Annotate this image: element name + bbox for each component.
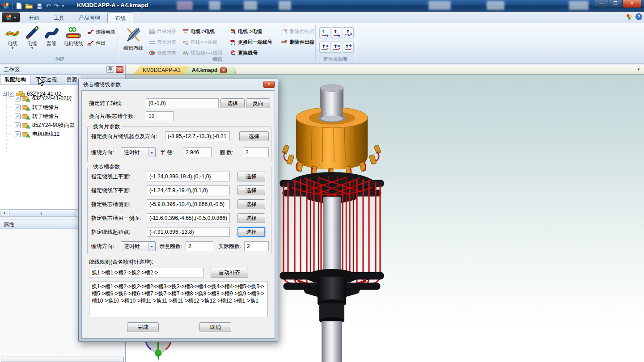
axis-label: 指定转子轴线: <box>89 98 123 108</box>
start-point-input[interactable] <box>147 227 230 237</box>
actual-turns-label: 实际圈数: <box>218 241 241 251</box>
upper-plane-select-button[interactable]: 选择 <box>237 172 265 181</box>
edit-routing-button[interactable]: 编辑布线 <box>122 24 145 51</box>
tab-process[interactable]: 工艺过程 <box>31 75 61 84</box>
start-point-select-button[interactable]: 选择 <box>237 227 265 237</box>
ribbon-tab-start[interactable]: 开始 <box>21 13 47 23</box>
collapse-icon[interactable]: − <box>3 92 7 96</box>
dropdown-arrow-icon[interactable]: ▼ <box>148 242 155 251</box>
checkbox-checked[interactable]: ✓ <box>15 131 21 137</box>
document-tab-km3dcapp[interactable]: KM3DCAPP-A1 <box>134 66 190 75</box>
modify-direction-icon <box>149 51 155 55</box>
wire-button[interactable]: 电线 ▼ <box>3 24 22 49</box>
document-close-icon[interactable]: ✕ <box>220 67 227 73</box>
tab-list-dropdown-icon[interactable]: ▼ <box>637 67 640 72</box>
change-same-end-number-button[interactable]: 更换同一端线号 <box>229 37 274 47</box>
open-folder-icon[interactable] <box>25 3 34 9</box>
clamp-adjust-button-4[interactable] <box>319 42 330 53</box>
maximize-button[interactable]: ❐ <box>609 0 622 8</box>
extend-button[interactable]: 伸出 <box>86 38 107 48</box>
clamp-adjust-button-1[interactable] <box>319 27 330 38</box>
tree-item[interactable]: ✓ 电机绕线12 <box>15 130 59 139</box>
delete-control-point-icon <box>281 29 288 34</box>
cable-button[interactable]: 电缆 ▼ <box>22 24 42 49</box>
minimize-button[interactable]: — <box>595 0 608 8</box>
document-tab-a4[interactable]: A4.kmapd ✕ <box>183 66 236 75</box>
undo-icon[interactable]: ↶ <box>46 2 51 9</box>
scroll-left-icon[interactable]: ◄ <box>0 210 8 216</box>
cable-to-wire-button[interactable]: 电缆->电线 <box>181 26 216 36</box>
demo-turns-input[interactable] <box>186 241 213 251</box>
clamp-adjust-button-5[interactable] <box>331 42 342 53</box>
new-file-icon[interactable] <box>16 2 22 9</box>
wind-direction-dropdown-1[interactable]: 逆时针 ▼ <box>121 147 156 157</box>
connect-cable-button[interactable]: 连接电缆 <box>86 27 117 37</box>
tree-item[interactable]: ✓ 63ZY24-41-02转 <box>15 94 72 103</box>
close-button[interactable]: ✕ <box>623 0 641 8</box>
part-icon <box>22 114 30 120</box>
turns-input[interactable] <box>243 147 269 157</box>
axis-select-button[interactable]: 选择 <box>220 98 245 108</box>
checkbox-checked[interactable]: ✓ <box>15 96 21 101</box>
cable-dropdown-icon[interactable]: ▼ <box>31 47 34 49</box>
tree-item[interactable]: ✓ 转子绝缘片 <box>15 112 59 121</box>
side-face-input[interactable] <box>147 199 230 209</box>
redo-icon[interactable]: ↷ <box>54 2 59 9</box>
motor-winding-button[interactable]: 电机绕线 <box>61 24 86 49</box>
dialog-close-button[interactable]: ✕ <box>263 81 275 88</box>
clamp-adjust-button-2[interactable] <box>331 27 342 38</box>
clamp-adjust-icon <box>332 29 341 37</box>
commutator-start-select-button[interactable]: 选择 <box>239 131 269 141</box>
tree-item[interactable]: ✓ 转子绝缘片 <box>15 103 59 112</box>
panel-close-icon[interactable]: ✕ <box>116 66 123 73</box>
ribbon-tab-routing[interactable]: 布线 <box>107 13 133 23</box>
finish-button[interactable]: 完成 <box>127 322 159 332</box>
style-icon[interactable] <box>626 13 633 20</box>
cable-to-wire-icon <box>182 29 189 34</box>
axis-reverse-button[interactable]: 反向 <box>246 98 270 108</box>
rule-sequence-textarea[interactable]: 换1->槽1->槽2->换2->槽2->槽3->换3->槽3->槽4->换4->… <box>89 282 268 317</box>
wire-to-cable-button[interactable]: 电线->电缆 <box>229 26 263 36</box>
sleeve-button[interactable]: 套管 <box>42 24 61 49</box>
axis-input[interactable] <box>146 98 219 108</box>
actual-turns-input[interactable] <box>244 241 269 251</box>
dropdown-arrow-icon[interactable]: ▼ <box>148 148 155 157</box>
commutator-start-input[interactable] <box>165 131 230 141</box>
pin-icon[interactable] <box>106 66 114 73</box>
target-align-button[interactable]: 目标对齐 <box>148 26 178 36</box>
scrollbar-thumb[interactable] <box>9 210 76 216</box>
upper-plane-input[interactable] <box>147 172 230 181</box>
autofill-button[interactable]: 自动补齐 <box>211 268 248 278</box>
checkbox-checked[interactable]: ✓ <box>15 114 21 119</box>
taskbar-ghost <box>569 1 589 10</box>
save-icon[interactable] <box>36 3 43 9</box>
clamp-adjust-button-6[interactable] <box>343 42 354 53</box>
line-curve-button[interactable]: 直线<->曲线 <box>181 37 219 47</box>
delete-control-point-button[interactable]: 删除控制点 <box>280 26 316 36</box>
clamp-adjust-button-3[interactable] <box>343 27 354 38</box>
equal-length-align-button[interactable]: 等长对齐 <box>148 37 178 47</box>
ribbon-tab-tools[interactable]: 工具 <box>47 13 72 23</box>
wire-dropdown-icon[interactable]: ▼ <box>11 47 14 49</box>
qat-dropdown-icon[interactable]: ▼ <box>61 4 64 8</box>
rule-input[interactable] <box>89 268 203 278</box>
application-menu-button[interactable]: ▼ <box>2 13 20 22</box>
checkbox-checked[interactable]: ✓ <box>15 122 21 128</box>
delete-extend-end-button[interactable]: 删除伸出端 <box>280 37 316 47</box>
ribbon-tab-product[interactable]: 产品管理 <box>72 13 107 23</box>
checkbox-checked[interactable]: ✓ <box>15 105 21 110</box>
radius-input[interactable] <box>183 147 212 157</box>
tab-assembly-structure[interactable]: 装配结构 <box>0 75 30 84</box>
lower-plane-input[interactable] <box>147 185 230 195</box>
cancel-button[interactable]: 取消 <box>199 322 231 332</box>
tree-item[interactable]: ✓ 85ZY24-90换向器 <box>15 121 75 130</box>
side-face-select-button[interactable]: 选择 <box>237 199 265 209</box>
wind-direction-dropdown-2[interactable]: 逆时针 ▼ <box>121 241 156 251</box>
segment-count-input[interactable] <box>146 111 174 121</box>
checkbox-checked[interactable]: ✓ <box>8 91 14 97</box>
segment-count-label: 换向片/铁芯槽个数: <box>89 111 135 121</box>
lower-plane-select-button[interactable]: 选择 <box>237 185 265 195</box>
other-side-face-input[interactable] <box>147 213 230 223</box>
help-icon[interactable]: ? <box>636 13 642 20</box>
other-side-face-select-button[interactable]: 选择 <box>237 213 265 223</box>
